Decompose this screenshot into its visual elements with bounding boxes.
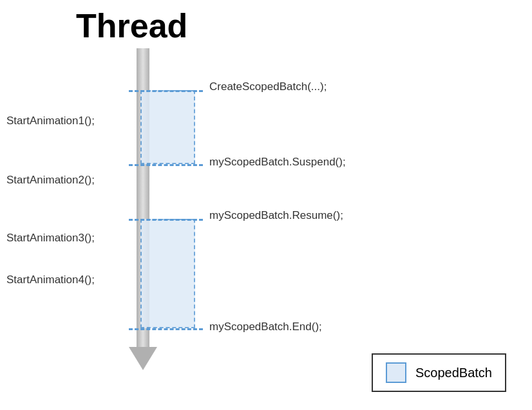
scoped-batch-box-1 <box>140 90 195 164</box>
label-start-animation-4: StartAnimation4(); <box>6 274 95 286</box>
legend-label: ScopedBatch <box>415 366 492 380</box>
page-title: Thread <box>76 6 187 45</box>
thread-arrow <box>129 347 157 370</box>
label-start-animation-3: StartAnimation3(); <box>6 232 95 245</box>
dashed-line-2 <box>129 164 203 166</box>
label-suspend: myScopedBatch.Suspend(); <box>209 156 346 169</box>
legend: ScopedBatch <box>372 353 506 392</box>
label-end: myScopedBatch.End(); <box>209 321 322 333</box>
label-resume: myScopedBatch.Resume(); <box>209 209 343 222</box>
dashed-line-1 <box>129 90 203 92</box>
label-create-scoped-batch: CreateScopedBatch(...); <box>209 80 327 93</box>
dashed-line-4 <box>129 328 203 330</box>
label-start-animation-1: StartAnimation1(); <box>6 115 95 127</box>
label-start-animation-2: StartAnimation2(); <box>6 174 95 187</box>
dashed-line-3 <box>129 219 203 221</box>
legend-color-box <box>386 362 406 383</box>
scoped-batch-box-2 <box>140 219 195 328</box>
